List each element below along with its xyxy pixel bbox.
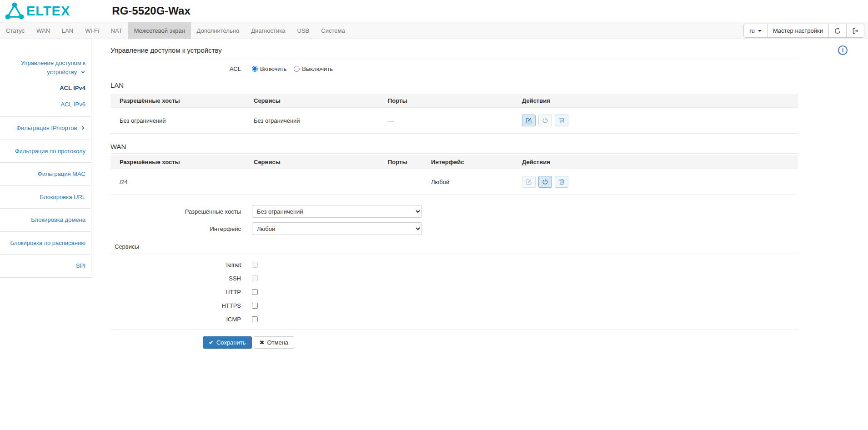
col-allowed-hosts: Разрешённые хосты <box>110 94 254 108</box>
cell-ports <box>388 169 431 195</box>
trash-icon <box>559 179 565 185</box>
interface-label: Интерфейс <box>110 225 252 232</box>
tab-lan[interactable]: LAN <box>56 22 79 39</box>
service-row-ssh: SSH <box>110 275 798 282</box>
cell-actions <box>522 108 798 134</box>
wan-table-header-row: Разрешённые хосты Сервисы Порты Интерфей… <box>110 155 798 169</box>
telnet-checkbox <box>252 262 258 268</box>
logout-button[interactable] <box>846 24 864 38</box>
col-ports: Порты <box>388 94 522 108</box>
refresh-button[interactable] <box>828 24 847 38</box>
sidebar-item-url-block[interactable]: Блокировка URL <box>0 186 91 209</box>
tab-system[interactable]: Система <box>315 22 351 39</box>
sidebar-item-protocol-filter[interactable]: Фильтрация по протоколу <box>0 140 91 163</box>
divider <box>110 59 798 59</box>
col-actions: Действия <box>522 94 798 108</box>
trash-icon <box>559 117 565 124</box>
edit-icon <box>526 179 532 185</box>
sidebar: Управление доступом к устройству ACL IPv… <box>0 39 91 278</box>
app-header: ELTEX RG-5520G-Wax <box>0 0 868 22</box>
acl-enable-option[interactable]: Включить <box>252 65 286 72</box>
tab-firewall[interactable]: Межсетевой экран <box>128 22 191 39</box>
main-nav: Статус WAN LAN Wi-Fi NAT Межсетевой экра… <box>0 22 868 39</box>
edit-button[interactable] <box>522 115 536 126</box>
edit-button[interactable] <box>522 176 536 188</box>
logout-icon <box>852 27 859 35</box>
sidebar-item-spi[interactable]: SPI <box>0 255 91 277</box>
http-checkbox[interactable] <box>252 289 258 295</box>
sidebar-group: Фильтрация по протоколу <box>0 140 91 163</box>
refresh-icon <box>834 27 841 35</box>
page: ELTEX RG-5520G-Wax Статус WAN LAN Wi-Fi … <box>0 0 868 430</box>
lan-table-row: Без ограничений Без ограничений — <box>110 108 798 134</box>
service-row-https: HTTPS <box>110 302 798 309</box>
sidebar-item-acl-ipv4[interactable]: ACL IPv4 <box>0 80 91 96</box>
tab-advanced[interactable]: Дополнительно <box>191 22 246 39</box>
tab-diagnostics[interactable]: Диагностика <box>245 22 291 39</box>
lan-table-header-row: Разрешённые хосты Сервисы Порты Действия <box>110 94 798 108</box>
https-label: HTTPS <box>110 302 252 309</box>
cell-actions <box>522 169 798 195</box>
setup-wizard-button[interactable]: Мастер настройки <box>767 24 829 38</box>
divider <box>110 330 798 330</box>
hosts-label: Разрешённые хосты <box>110 208 252 215</box>
divider <box>110 153 798 154</box>
sidebar-item-label: Управление доступом к устройству <box>21 60 85 75</box>
sidebar-item-domain-block[interactable]: Блокировка домена <box>0 209 91 231</box>
tab-nat[interactable]: NAT <box>105 22 128 39</box>
sidebar-group-ip-port: Фильтрация IP/портов <box>0 117 91 140</box>
tab-usb[interactable]: USB <box>291 22 316 39</box>
sidebar-item-device-access-control[interactable]: Управление доступом к устройству <box>0 55 91 80</box>
footer-actions: ✔ Сохранить ✖ Отмена <box>203 336 798 349</box>
caret-down-icon <box>758 30 762 32</box>
acl-disable-option[interactable]: Выключить <box>294 65 333 72</box>
icmp-label: ICMP <box>110 316 252 323</box>
cancel-label: Отмена <box>267 339 288 346</box>
tab-wifi[interactable]: Wi-Fi <box>79 22 105 39</box>
col-actions: Действия <box>522 155 798 169</box>
ssh-checkbox <box>252 275 258 281</box>
delete-button[interactable] <box>555 176 568 188</box>
power-button[interactable] <box>538 176 552 188</box>
power-button[interactable] <box>538 115 552 126</box>
telnet-label: Telnet <box>110 261 252 268</box>
cancel-button[interactable]: ✖ Отмена <box>254 336 295 349</box>
sidebar-group: Блокировка домена <box>0 209 91 232</box>
acl-disable-radio[interactable] <box>294 66 300 72</box>
acl-enable-radio[interactable] <box>252 66 258 72</box>
logo-text: ELTEX <box>26 5 70 18</box>
acl-edit-form: Разрешённые хосты Без ограничений Интерф… <box>110 205 798 349</box>
sidebar-item-acl-ipv6[interactable]: ACL IPv6 <box>0 96 91 113</box>
wan-table: Разрешённые хосты Сервисы Порты Интерфей… <box>110 155 798 195</box>
info-icon[interactable]: i <box>838 45 848 55</box>
service-row-icmp: ICMP <box>110 316 798 323</box>
acl-toggle-row: ACL Включить Выключить <box>110 65 798 72</box>
wan-section-title: WAN <box>110 143 798 150</box>
language-label: ru <box>749 27 755 34</box>
service-row-http: HTTP <box>110 289 798 295</box>
tab-status[interactable]: Статус <box>0 22 30 39</box>
save-label: Сохранить <box>216 339 246 346</box>
cell-hosts: /24 <box>110 169 254 195</box>
interface-select[interactable]: Любой <box>252 222 422 235</box>
tab-wan[interactable]: WAN <box>30 22 56 39</box>
cell-interface: Любой <box>431 169 522 195</box>
service-row-telnet: Telnet <box>110 261 798 268</box>
https-checkbox[interactable] <box>252 303 258 309</box>
save-button[interactable]: ✔ Сохранить <box>203 336 252 349</box>
icmp-checkbox[interactable] <box>252 316 258 322</box>
language-select[interactable]: ru <box>743 24 768 38</box>
device-title: RG-5520G-Wax <box>112 5 191 17</box>
col-allowed-hosts: Разрешённые хосты <box>110 155 254 169</box>
hosts-field-row: Разрешённые хосты Без ограничений <box>110 205 798 218</box>
nav-tabs: Статус WAN LAN Wi-Fi NAT Межсетевой экра… <box>0 22 868 39</box>
acl-enable-label: Включить <box>260 65 286 72</box>
sidebar-item-schedule-block[interactable]: Блокировка по расписанию <box>0 232 91 255</box>
delete-button[interactable] <box>555 115 568 126</box>
sidebar-item-ip-port-filter[interactable]: Фильтрация IP/портов <box>0 117 91 140</box>
eltex-logo: ELTEX <box>5 2 70 20</box>
sidebar-group: Блокировка URL <box>0 186 91 209</box>
eltex-logo-icon <box>5 2 25 20</box>
hosts-select[interactable]: Без ограничений <box>252 205 422 218</box>
sidebar-item-mac-filter[interactable]: Фильтрация MAC <box>0 163 91 185</box>
